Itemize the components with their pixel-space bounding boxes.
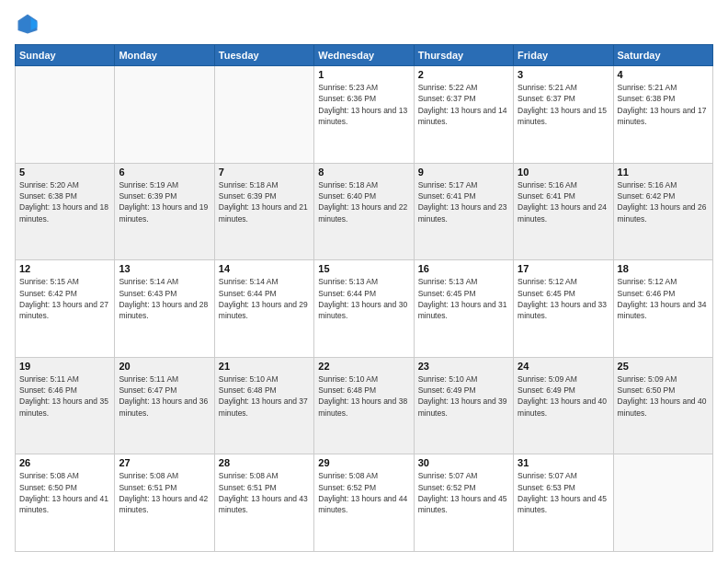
day-info: Sunrise: 5:14 AMSunset: 6:44 PMDaylight:… bbox=[219, 276, 310, 321]
day-number: 14 bbox=[219, 263, 310, 274]
day-cell-7: 7Sunrise: 5:18 AMSunset: 6:39 PMDaylight… bbox=[214, 163, 313, 260]
day-cell-3: 3Sunrise: 5:21 AMSunset: 6:37 PMDaylight… bbox=[514, 66, 613, 164]
day-number: 31 bbox=[518, 457, 609, 468]
calendar: SundayMondayTuesdayWednesdayThursdayFrid… bbox=[15, 44, 713, 552]
day-info: Sunrise: 5:19 AMSunset: 6:39 PMDaylight:… bbox=[119, 179, 210, 224]
day-cell-2: 2Sunrise: 5:22 AMSunset: 6:37 PMDaylight… bbox=[414, 66, 513, 164]
day-cell-10: 10Sunrise: 5:16 AMSunset: 6:41 PMDayligh… bbox=[514, 163, 613, 260]
day-cell-6: 6Sunrise: 5:19 AMSunset: 6:39 PMDaylight… bbox=[115, 163, 214, 260]
day-info: Sunrise: 5:14 AMSunset: 6:43 PMDaylight:… bbox=[119, 276, 210, 321]
day-number: 18 bbox=[618, 263, 709, 274]
day-info: Sunrise: 5:20 AMSunset: 6:38 PMDaylight:… bbox=[19, 179, 110, 224]
day-number: 2 bbox=[418, 69, 509, 80]
day-info: Sunrise: 5:08 AMSunset: 6:51 PMDaylight:… bbox=[219, 470, 310, 515]
day-info: Sunrise: 5:13 AMSunset: 6:45 PMDaylight:… bbox=[418, 276, 509, 321]
week-row-5: 26Sunrise: 5:08 AMSunset: 6:50 PMDayligh… bbox=[16, 454, 713, 552]
day-cell-31: 31Sunrise: 5:07 AMSunset: 6:53 PMDayligh… bbox=[514, 454, 613, 552]
day-info: Sunrise: 5:08 AMSunset: 6:52 PMDaylight:… bbox=[318, 470, 409, 515]
week-row-2: 5Sunrise: 5:20 AMSunset: 6:38 PMDaylight… bbox=[16, 163, 713, 260]
day-info: Sunrise: 5:16 AMSunset: 6:42 PMDaylight:… bbox=[618, 179, 709, 224]
day-info: Sunrise: 5:11 AMSunset: 6:46 PMDaylight:… bbox=[19, 373, 110, 419]
day-info: Sunrise: 5:07 AMSunset: 6:53 PMDaylight:… bbox=[518, 470, 609, 515]
day-cell-26: 26Sunrise: 5:08 AMSunset: 6:50 PMDayligh… bbox=[16, 454, 115, 552]
day-cell-11: 11Sunrise: 5:16 AMSunset: 6:42 PMDayligh… bbox=[613, 163, 712, 260]
day-cell-18: 18Sunrise: 5:12 AMSunset: 6:46 PMDayligh… bbox=[613, 260, 712, 358]
day-number: 21 bbox=[219, 361, 310, 372]
weekday-wednesday: Wednesday bbox=[314, 45, 414, 66]
day-cell-19: 19Sunrise: 5:11 AMSunset: 6:46 PMDayligh… bbox=[16, 357, 115, 454]
day-number: 15 bbox=[318, 263, 409, 274]
day-number: 25 bbox=[618, 361, 709, 372]
day-info: Sunrise: 5:18 AMSunset: 6:40 PMDaylight:… bbox=[318, 179, 409, 224]
day-info: Sunrise: 5:10 AMSunset: 6:48 PMDaylight:… bbox=[318, 373, 409, 419]
day-info: Sunrise: 5:13 AMSunset: 6:44 PMDaylight:… bbox=[318, 276, 409, 321]
day-number: 3 bbox=[518, 69, 609, 80]
day-number: 23 bbox=[418, 361, 509, 372]
day-info: Sunrise: 5:10 AMSunset: 6:49 PMDaylight:… bbox=[418, 373, 509, 419]
day-cell-8: 8Sunrise: 5:18 AMSunset: 6:40 PMDaylight… bbox=[314, 163, 414, 260]
day-cell-29: 29Sunrise: 5:08 AMSunset: 6:52 PMDayligh… bbox=[314, 454, 414, 552]
day-number: 29 bbox=[318, 457, 409, 468]
day-cell-5: 5Sunrise: 5:20 AMSunset: 6:38 PMDaylight… bbox=[16, 163, 115, 260]
day-cell-15: 15Sunrise: 5:13 AMSunset: 6:44 PMDayligh… bbox=[314, 260, 414, 358]
day-info: Sunrise: 5:17 AMSunset: 6:41 PMDaylight:… bbox=[418, 179, 509, 224]
weekday-friday: Friday bbox=[514, 45, 613, 66]
day-cell-12: 12Sunrise: 5:15 AMSunset: 6:42 PMDayligh… bbox=[16, 260, 115, 358]
day-info: Sunrise: 5:15 AMSunset: 6:42 PMDaylight:… bbox=[19, 276, 110, 321]
day-cell-20: 20Sunrise: 5:11 AMSunset: 6:47 PMDayligh… bbox=[115, 357, 214, 454]
day-number: 16 bbox=[418, 263, 509, 274]
day-cell-21: 21Sunrise: 5:10 AMSunset: 6:48 PMDayligh… bbox=[214, 357, 313, 454]
day-info: Sunrise: 5:12 AMSunset: 6:45 PMDaylight:… bbox=[518, 276, 609, 321]
day-info: Sunrise: 5:08 AMSunset: 6:51 PMDaylight:… bbox=[119, 470, 210, 515]
day-info: Sunrise: 5:18 AMSunset: 6:39 PMDaylight:… bbox=[219, 179, 310, 224]
weekday-sunday: Sunday bbox=[16, 45, 115, 66]
empty-cell bbox=[214, 66, 313, 164]
day-info: Sunrise: 5:09 AMSunset: 6:49 PMDaylight:… bbox=[518, 373, 609, 419]
day-number: 12 bbox=[19, 263, 110, 274]
day-info: Sunrise: 5:23 AMSunset: 6:36 PMDaylight:… bbox=[318, 82, 409, 127]
day-number: 10 bbox=[518, 167, 609, 178]
day-number: 1 bbox=[318, 69, 409, 80]
day-info: Sunrise: 5:21 AMSunset: 6:37 PMDaylight:… bbox=[518, 82, 609, 127]
week-row-1: 1Sunrise: 5:23 AMSunset: 6:36 PMDaylight… bbox=[16, 66, 713, 164]
weekday-monday: Monday bbox=[115, 45, 214, 66]
weekday-thursday: Thursday bbox=[414, 45, 513, 66]
day-number: 19 bbox=[19, 361, 110, 372]
day-info: Sunrise: 5:10 AMSunset: 6:48 PMDaylight:… bbox=[219, 373, 310, 419]
day-number: 13 bbox=[119, 263, 210, 274]
week-row-4: 19Sunrise: 5:11 AMSunset: 6:46 PMDayligh… bbox=[16, 357, 713, 454]
day-number: 17 bbox=[518, 263, 609, 274]
weekday-saturday: Saturday bbox=[613, 45, 712, 66]
day-number: 20 bbox=[119, 361, 210, 372]
day-cell-27: 27Sunrise: 5:08 AMSunset: 6:51 PMDayligh… bbox=[115, 454, 214, 552]
weekday-tuesday: Tuesday bbox=[214, 45, 313, 66]
empty-cell bbox=[16, 66, 115, 164]
page: SundayMondayTuesdayWednesdayThursdayFrid… bbox=[0, 0, 728, 563]
day-cell-9: 9Sunrise: 5:17 AMSunset: 6:41 PMDaylight… bbox=[414, 163, 513, 260]
day-info: Sunrise: 5:08 AMSunset: 6:50 PMDaylight:… bbox=[19, 470, 110, 515]
day-cell-16: 16Sunrise: 5:13 AMSunset: 6:45 PMDayligh… bbox=[414, 260, 513, 358]
day-cell-24: 24Sunrise: 5:09 AMSunset: 6:49 PMDayligh… bbox=[514, 357, 613, 454]
day-number: 24 bbox=[518, 361, 609, 372]
logo bbox=[15, 11, 44, 37]
day-number: 4 bbox=[618, 69, 709, 80]
day-cell-1: 1Sunrise: 5:23 AMSunset: 6:36 PMDaylight… bbox=[314, 66, 414, 164]
day-info: Sunrise: 5:11 AMSunset: 6:47 PMDaylight:… bbox=[119, 373, 210, 419]
day-number: 27 bbox=[119, 457, 210, 468]
day-info: Sunrise: 5:07 AMSunset: 6:52 PMDaylight:… bbox=[418, 470, 509, 515]
day-number: 22 bbox=[318, 361, 409, 372]
day-cell-4: 4Sunrise: 5:21 AMSunset: 6:38 PMDaylight… bbox=[613, 66, 712, 164]
day-number: 11 bbox=[618, 167, 709, 178]
day-cell-25: 25Sunrise: 5:09 AMSunset: 6:50 PMDayligh… bbox=[613, 357, 712, 454]
logo-icon bbox=[15, 11, 40, 37]
day-number: 5 bbox=[19, 167, 110, 178]
empty-cell bbox=[115, 66, 214, 164]
empty-cell bbox=[613, 454, 712, 552]
day-number: 28 bbox=[219, 457, 310, 468]
day-number: 7 bbox=[219, 167, 310, 178]
day-number: 9 bbox=[418, 167, 509, 178]
day-cell-14: 14Sunrise: 5:14 AMSunset: 6:44 PMDayligh… bbox=[214, 260, 313, 358]
day-cell-30: 30Sunrise: 5:07 AMSunset: 6:52 PMDayligh… bbox=[414, 454, 513, 552]
day-info: Sunrise: 5:16 AMSunset: 6:41 PMDaylight:… bbox=[518, 179, 609, 224]
day-cell-28: 28Sunrise: 5:08 AMSunset: 6:51 PMDayligh… bbox=[214, 454, 313, 552]
